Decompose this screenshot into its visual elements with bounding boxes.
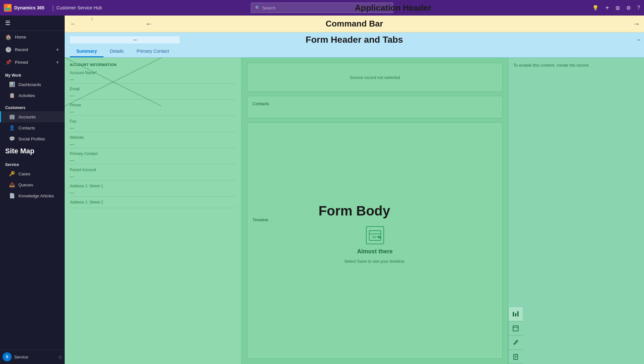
recent-expand-icon: ▼ — [56, 48, 59, 52]
hamburger-icon[interactable]: ☰ — [5, 19, 10, 27]
form-title-bar: ← Form Header and Tabs → — [70, 36, 639, 43]
contacts-box[interactable]: Contacts — [247, 96, 503, 118]
account-name-label: Account Name* — [70, 71, 236, 75]
form-header-label: Form Header and Tabs — [306, 35, 403, 45]
queues-icon: 📥 — [9, 182, 15, 188]
svg-rect-12 — [513, 312, 514, 316]
home-label: Home — [15, 35, 26, 39]
activities-label: Activities — [18, 93, 35, 98]
cmd-right-arrow: → — [633, 20, 640, 28]
parent-account-label: Parent Account — [70, 168, 236, 172]
sidebar-item-home[interactable]: 🏠 Home — [0, 31, 65, 43]
app-header-label: Application Header — [355, 3, 432, 13]
primary-contact-label: Primary Contact — [70, 151, 236, 156]
app-root: Dynamics 365 | Customer Service Hub 🔍 Se… — [0, 0, 644, 364]
dynamics-label: Dynamics 365 — [14, 5, 44, 10]
form-header-left-arrow: ← — [133, 37, 138, 43]
website-value[interactable]: --- — [70, 140, 236, 148]
pinned-label: Pinned — [15, 60, 28, 65]
add-icon[interactable]: + — [605, 4, 609, 12]
form-header-right-arrow: → — [636, 37, 641, 43]
contacts-label: Contacts — [18, 126, 35, 130]
social-profiles-label: Social Profiles — [18, 137, 45, 141]
address-street1-label: Address 1: Street 1 — [70, 184, 236, 188]
sidebar-item-pinned[interactable]: 📌 Pinned ▼ — [0, 56, 65, 69]
settings-icon[interactable]: ⚙ — [626, 5, 631, 11]
primary-contact-value[interactable]: --- — [70, 157, 236, 164]
source-record-box: Source record not selected — [247, 63, 503, 92]
svg-rect-6 — [369, 231, 381, 240]
form-tabs: Summary Details Primary Contact — [70, 46, 639, 57]
svg-text:...: ... — [379, 237, 380, 238]
dashboards-label: Dashboards — [18, 82, 41, 87]
home-icon: 🏠 — [5, 34, 12, 40]
account-name-value[interactable]: --- — [70, 76, 236, 83]
tab-summary[interactable]: Summary — [70, 46, 103, 57]
middle-panel: Source record not selected Contacts Time… — [242, 58, 508, 364]
address-street2-value[interactable] — [70, 205, 236, 208]
footer-expand-icon[interactable]: ◇ — [59, 354, 62, 359]
field-email: Email --- — [70, 87, 236, 100]
parent-account-value[interactable]: --- — [70, 173, 236, 181]
sidebar-item-knowledge-articles[interactable]: 📄 Knowledge Articles — [0, 190, 65, 201]
sidebar-item-queues[interactable]: 📥 Queues — [0, 179, 65, 190]
save-hint-text: Select Save to see your timeline. — [344, 259, 405, 264]
fax-value[interactable]: --- — [70, 124, 236, 132]
sidebar-item-activities[interactable]: 📋 Activities — [0, 90, 65, 101]
app-logo[interactable]: Dynamics 365 — [4, 4, 44, 12]
knowledge-icon: 📄 — [9, 193, 15, 199]
field-fax: Fax --- — [70, 119, 236, 132]
header-actions: 💡 + ⊞ ⚙ ? — [592, 4, 640, 12]
account-info-title: ACCOUNT INFORMATION — [70, 63, 236, 67]
social-profiles-icon: 💬 — [9, 136, 15, 142]
window-icon-button[interactable] — [509, 321, 523, 336]
cases-label: Cases — [18, 171, 30, 176]
email-value[interactable]: --- — [70, 92, 236, 100]
source-record-text: Source record not selected — [350, 75, 400, 80]
recent-icon: 🕐 — [5, 47, 12, 53]
chart-icon-button[interactable] — [509, 307, 523, 321]
back-button[interactable]: ← — [69, 19, 78, 28]
field-address-street2: Address 1: Street 2 — [70, 200, 236, 208]
fax-label: Fax — [70, 119, 236, 124]
sidebar-item-contacts[interactable]: 👤 Contacts — [0, 122, 65, 133]
contacts-label: Contacts — [252, 101, 269, 106]
timeline-icon: ... — [366, 226, 384, 244]
accounts-label: Accounts — [18, 115, 36, 119]
svg-point-3 — [7, 7, 11, 11]
header-center: 🔍 Search Application Header — [251, 3, 393, 13]
almost-there-text: Almost there — [357, 248, 392, 255]
sidebar-item-dashboards[interactable]: 📊 Dashboards — [0, 79, 65, 90]
form-body: Form Body ACCOUNT INFORMATION Account Na… — [65, 58, 644, 364]
sidebar-item-social-profiles[interactable]: 💬 Social Profiles — [0, 133, 65, 144]
footer-service-label: Service — [14, 355, 56, 359]
filter-icon[interactable]: ⊞ — [616, 5, 620, 11]
activities-icon: 📋 — [9, 93, 15, 98]
tab-primary-contact[interactable]: Primary Contact — [130, 46, 176, 57]
phone-value[interactable]: --- — [70, 108, 236, 116]
wrench-icon-button[interactable] — [509, 336, 523, 350]
application-header: Dynamics 365 | Customer Service Hub 🔍 Se… — [0, 0, 644, 16]
cases-icon: 🔑 — [9, 171, 15, 177]
sidebar: ☰ 🏠 Home 🕐 Recent ▼ 📌 Pinned ▼ My Work 📊 — [0, 16, 65, 364]
sidebar-item-cases[interactable]: 🔑 Cases — [0, 168, 65, 179]
content-area: ← ↑ ← Command Bar → ← Form Header and T — [65, 16, 644, 364]
sidebar-item-recent[interactable]: 🕐 Recent ▼ — [0, 43, 65, 56]
sidebar-item-accounts[interactable]: 🏢 Accounts — [0, 111, 65, 122]
command-bar: ← ↑ ← Command Bar → — [65, 16, 644, 32]
lightbulb-icon[interactable]: 💡 — [592, 5, 599, 11]
document-icon-button[interactable] — [509, 350, 523, 364]
sidebar-footer: S Service ◇ — [0, 349, 65, 364]
website-label: Website — [70, 135, 236, 140]
sidebar-top: ☰ — [0, 16, 65, 31]
help-icon[interactable]: ? — [637, 5, 640, 11]
address-street1-value[interactable]: --- — [70, 189, 236, 197]
cmd-left-arrow: ← — [145, 20, 153, 28]
recent-label: Recent — [15, 47, 28, 52]
email-label: Email — [70, 87, 236, 91]
svg-rect-15 — [513, 326, 518, 331]
main-layout: ☰ 🏠 Home 🕐 Recent ▼ 📌 Pinned ▼ My Work 📊 — [0, 16, 644, 364]
dashboards-icon: 📊 — [9, 82, 15, 87]
tab-details[interactable]: Details — [103, 46, 130, 57]
svg-rect-14 — [517, 311, 519, 316]
